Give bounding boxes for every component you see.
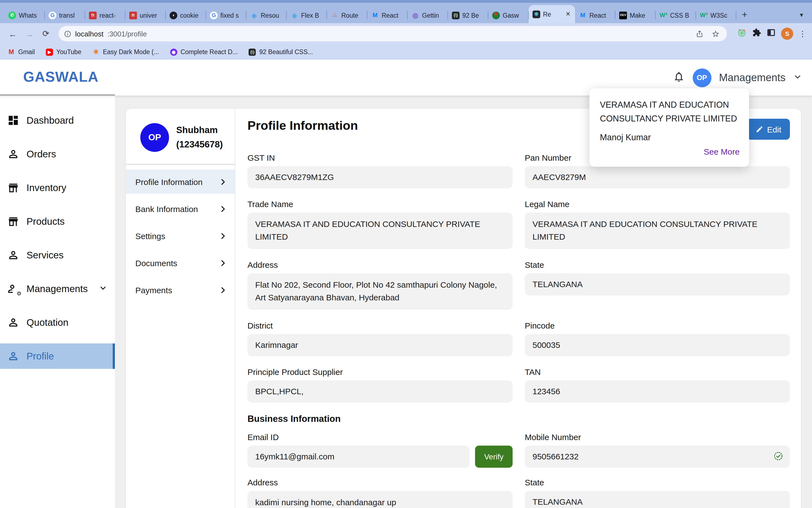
new-tab-button[interactable]: +	[736, 7, 753, 23]
business-address-label: Address	[247, 478, 513, 487]
profile-subnav: Profile Information Bank Information Set…	[126, 165, 235, 302]
bookmark-item[interactable]: {\}92 Beautiful CSS...	[249, 48, 313, 55]
forward-button[interactable]: →	[22, 27, 36, 41]
bookmark-item[interactable]: ◉Complete React D...	[170, 48, 238, 55]
legal-name-field[interactable]: VERAMASA IT AND EDUCATION CONSULTANCY PR…	[525, 213, 790, 249]
back-button[interactable]: ←	[5, 27, 20, 41]
browser-tab[interactable]: ✆Whats	[4, 7, 45, 23]
browser-tab[interactable]: ◖cookie	[166, 7, 206, 23]
account-menu-label[interactable]: Managements	[719, 72, 785, 84]
browser-tab[interactable]: DEVMake	[615, 7, 656, 23]
legal-name-label: Legal Name	[525, 199, 790, 209]
gaswala-icon	[492, 11, 500, 19]
chevron-down-icon[interactable]	[793, 72, 802, 83]
subnav-settings[interactable]: Settings	[126, 224, 235, 248]
mobile-field[interactable]: 9505661232	[525, 446, 790, 468]
gstin-label: GST IN	[247, 153, 513, 162]
browser-tab[interactable]: ◎Gettin	[408, 7, 448, 23]
browser-tab[interactable]: nreact-	[85, 7, 125, 23]
browser-tab[interactable]: ∴Route	[327, 7, 367, 23]
side-panel-icon[interactable]	[767, 28, 776, 39]
browser-tab[interactable]: nuniver	[125, 7, 166, 23]
sidebar-item-inventory[interactable]: Inventory	[0, 175, 115, 201]
sidebar-item-products[interactable]: Products	[0, 209, 115, 234]
share-icon[interactable]	[693, 28, 705, 40]
react-router-icon: ∴	[331, 11, 338, 19]
sidebar-item-services[interactable]: Services	[0, 242, 115, 268]
bookmark-item[interactable]: ▶YouTube	[46, 48, 81, 55]
browser-tab[interactable]: W³CSS B	[656, 7, 696, 23]
business-address-field[interactable]: kadimi nursing home, chandanagar up	[247, 491, 513, 508]
district-label: District	[247, 321, 513, 330]
screenshot-stage: ✆Whats Gtransl nreact- nuniver ◖cookie G…	[0, 0, 812, 508]
email-field[interactable]: 16ymk11@gmail.com	[247, 446, 470, 468]
browser-tab[interactable]: W³W3Sc	[696, 7, 736, 23]
state-label: State	[525, 260, 790, 269]
sidebar-item-quotation[interactable]: Quotation	[0, 310, 115, 335]
sidebar-item-dashboard[interactable]: Dashboard	[0, 108, 115, 133]
sidebar-item-profile[interactable]: Profile	[0, 343, 115, 369]
extensions-puzzle-icon[interactable]	[752, 28, 761, 39]
css-collection-icon: {\}	[249, 48, 256, 55]
w3schools-icon: W³	[659, 11, 667, 19]
address-field[interactable]: Flat No 202, Second Floor, Plot No 42 sa…	[247, 273, 513, 310]
subnav-profile-information[interactable]: Profile Information	[126, 170, 235, 194]
bookmark-star-icon[interactable]	[709, 28, 721, 40]
trade-name-field[interactable]: VERAMASA IT AND EDUCATION CONSULTANCY PR…	[247, 213, 513, 249]
window-top-band	[0, 0, 812, 3]
browser-tab[interactable]: MReact	[575, 7, 615, 23]
profile-left-panel: OP Shubham(12345678) Profile Information…	[126, 109, 235, 508]
business-state-field[interactable]: TELANGANA	[525, 491, 790, 508]
browser-tab[interactable]: Gtransl	[45, 7, 85, 23]
google-icon: G	[49, 11, 56, 19]
bookmark-item[interactable]: ✳Easy Dark Mode (...	[92, 48, 159, 55]
browser-tab-active[interactable]: ⚛Re✕	[529, 5, 575, 23]
browser-toolbar: ← → ⟳ localhost:3001/profile S ⋮	[0, 23, 812, 44]
tab-strip: ✆Whats Gtransl nreact- nuniver ◖cookie G…	[0, 0, 812, 23]
email-label: Email ID	[247, 432, 513, 442]
browser-tab[interactable]: ◈Resou	[246, 7, 287, 23]
react-devtools-icon[interactable]	[737, 28, 747, 40]
gaswala-logo[interactable]: GASWALA	[23, 69, 98, 86]
profile-card: OP Shubham(12345678) Profile Information…	[126, 109, 801, 508]
gstin-field[interactable]: 36AAECV8279M1ZG	[247, 166, 513, 188]
browser-tab[interactable]: Gfixed s	[206, 7, 246, 23]
address-label: Address	[247, 260, 513, 269]
sidebar-item-managements[interactable]: ⚙ Managements	[0, 276, 115, 301]
reload-button[interactable]: ⟳	[39, 27, 53, 41]
verified-badge-icon	[773, 451, 783, 464]
chevron-right-icon	[219, 231, 227, 240]
tab-search-chevron-icon[interactable]: ▾	[800, 7, 803, 23]
browser-menu-icon[interactable]: ⋮	[799, 29, 807, 38]
sidebar-item-orders[interactable]: Orders	[0, 141, 115, 167]
page-title: Profile Information	[247, 119, 358, 133]
tan-field[interactable]: 123456	[525, 380, 790, 403]
district-field[interactable]: Karimnagar	[247, 334, 513, 356]
user-avatar[interactable]: OP	[692, 68, 711, 87]
pan-field[interactable]: AAECV8279M	[525, 166, 790, 188]
state-field[interactable]: TELANGANA	[525, 273, 790, 295]
notification-bell-icon[interactable]	[673, 71, 685, 85]
tab-list: ✆Whats Gtransl nreact- nuniver ◖cookie G…	[0, 3, 812, 23]
subnav-payments[interactable]: Payments	[126, 278, 235, 302]
blue-chevrons-icon: ◈	[291, 11, 298, 19]
edit-button[interactable]: Edit	[747, 119, 790, 140]
browser-tab[interactable]: {\}92 Be	[448, 7, 488, 23]
see-more-link[interactable]: See More	[600, 147, 740, 156]
site-info-icon[interactable]	[64, 30, 71, 37]
browser-tab[interactable]: Gasw	[488, 7, 529, 23]
close-tab-icon[interactable]: ✕	[565, 10, 571, 18]
browser-tab[interactable]: ◈Flex B	[287, 7, 327, 23]
supplier-field[interactable]: BPCL,HPCL,	[247, 380, 513, 403]
w3schools-icon: W³	[700, 11, 707, 19]
browser-profile-avatar[interactable]: S	[781, 28, 793, 40]
bookmark-item[interactable]: MGmail	[8, 48, 35, 55]
browser-tab[interactable]: MReact	[367, 7, 408, 23]
storefront-icon	[7, 215, 19, 227]
pencil-icon	[756, 125, 763, 133]
verify-button[interactable]: Verify	[475, 446, 513, 468]
subnav-bank-information[interactable]: Bank Information	[126, 197, 235, 221]
subnav-documents[interactable]: Documents	[126, 251, 235, 275]
address-bar[interactable]: localhost:3001/profile	[58, 26, 727, 41]
pincode-field[interactable]: 500035	[525, 334, 790, 356]
